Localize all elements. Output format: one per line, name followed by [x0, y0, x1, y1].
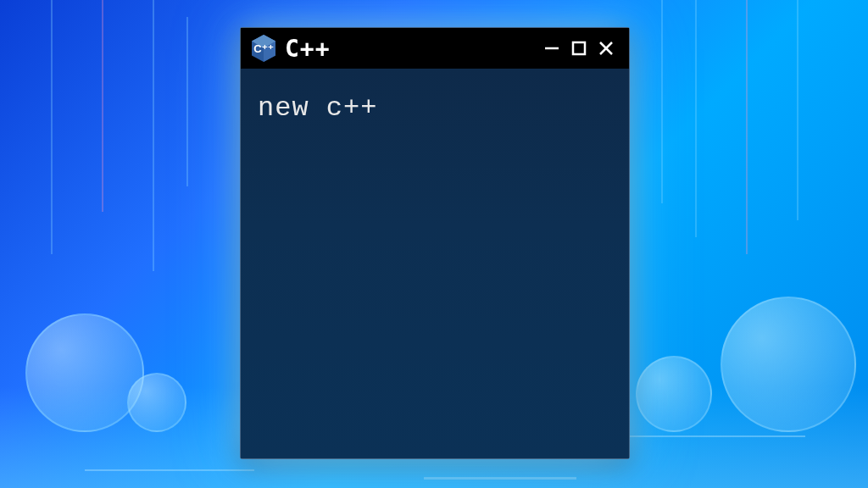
window-title: C++: [285, 35, 331, 63]
terminal-content[interactable]: new c++: [241, 69, 629, 458]
glow-orb: [721, 297, 856, 432]
cpp-hexagon-icon: C⁺⁺: [251, 34, 276, 63]
floor-trace: [424, 477, 576, 480]
glow-orb: [127, 373, 186, 432]
circuit-line: [797, 0, 798, 220]
glow-orb: [25, 313, 144, 432]
maximize-button[interactable]: [566, 36, 592, 60]
svg-text:C⁺⁺: C⁺⁺: [253, 42, 273, 55]
floor-trace: [85, 469, 254, 471]
circuit-line: [153, 0, 154, 271]
terminal-window: C⁺⁺ C++ new c++: [240, 27, 630, 459]
circuit-line: [51, 0, 53, 254]
minimize-button[interactable]: [539, 36, 565, 60]
circuit-line: [746, 0, 748, 254]
glow-orb: [636, 356, 712, 432]
svg-rect-5: [573, 42, 585, 54]
circuit-line: [695, 0, 697, 237]
window-controls: [539, 36, 619, 60]
code-line: new c++: [258, 92, 612, 124]
titlebar[interactable]: C⁺⁺ C++: [241, 28, 629, 69]
circuit-line: [186, 17, 188, 186]
close-button[interactable]: [593, 36, 619, 60]
circuit-line: [102, 0, 103, 212]
circuit-line: [661, 0, 663, 203]
